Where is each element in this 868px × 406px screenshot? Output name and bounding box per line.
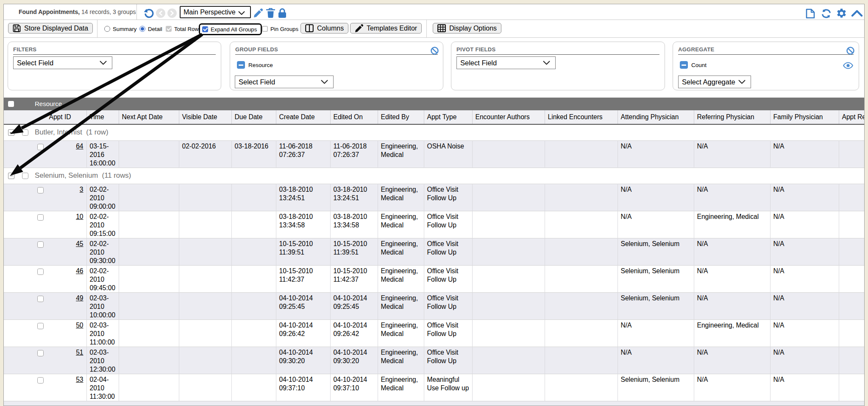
store-displayed-data-button[interactable]: Store Displayed Data xyxy=(8,23,93,34)
delete-perspective-icon[interactable] xyxy=(266,8,275,18)
cell-reason xyxy=(839,265,865,292)
lock-perspective-icon[interactable] xyxy=(278,8,287,18)
edit-perspective-icon[interactable] xyxy=(253,8,263,18)
select-all-checkbox[interactable] xyxy=(8,101,14,107)
appt-id-link[interactable]: 3 xyxy=(7,185,83,194)
column-header-referring-physician[interactable]: Referring Physician xyxy=(694,110,770,124)
cell-next_apt xyxy=(119,292,179,319)
cell-due xyxy=(231,184,276,211)
appt-id-link[interactable]: 50 xyxy=(7,321,83,330)
row-select-checkbox[interactable] xyxy=(37,377,44,384)
cell-attending: N/A xyxy=(618,184,694,211)
group-fields-select[interactable]: Select Field xyxy=(235,76,334,88)
column-header-time[interactable]: Time xyxy=(86,110,119,124)
row-select-checkbox[interactable] xyxy=(37,144,44,150)
cell-attending: N/A xyxy=(618,319,694,347)
clear-group-fields-icon[interactable] xyxy=(431,47,439,55)
cell-time: 02-03-2010 10:00:00 xyxy=(86,292,119,319)
pivot-fields-select[interactable]: Select Field xyxy=(456,56,556,69)
column-header-appt-id[interactable]: Appt ID xyxy=(4,110,86,124)
cell-visible xyxy=(179,238,231,265)
appt-id-link[interactable]: 46 xyxy=(7,267,83,275)
pin-groups-checkbox-group[interactable]: Pin Groups xyxy=(262,20,298,38)
row-select-checkbox[interactable] xyxy=(37,350,44,356)
group-select-checkbox[interactable] xyxy=(22,173,28,179)
column-header-edited-by[interactable]: Edited By xyxy=(378,110,424,124)
perspective-select[interactable]: Main Perspective xyxy=(180,6,251,18)
row-select-checkbox[interactable] xyxy=(37,214,44,221)
column-header-linked-encounters[interactable]: Linked Encounters xyxy=(545,110,618,124)
cell-time: 02-02-2010 09:45:00 xyxy=(86,265,119,292)
next-perspective-button[interactable] xyxy=(167,8,177,18)
cell-family: N/A xyxy=(770,319,839,347)
expand-all-groups-checkbox[interactable] xyxy=(202,26,208,32)
remove-group-field-icon[interactable] xyxy=(237,61,245,69)
column-header-edited-on[interactable]: Edited On xyxy=(330,110,378,124)
column-header-attending-physician[interactable]: Attending Physician xyxy=(618,110,694,124)
appt-id-link[interactable]: 45 xyxy=(7,240,83,248)
summary-radio-group[interactable]: Summary xyxy=(104,20,136,38)
group-collapse-icon[interactable] xyxy=(8,129,14,136)
columns-button[interactable]: Columns xyxy=(300,23,348,34)
row-select-checkbox[interactable] xyxy=(37,187,44,193)
undo-icon[interactable] xyxy=(144,8,154,18)
detail-radio[interactable] xyxy=(139,26,145,32)
appt-id-link[interactable]: 53 xyxy=(7,375,83,384)
group-collapse-icon[interactable] xyxy=(8,173,14,179)
appt-id-link[interactable]: 49 xyxy=(7,294,83,302)
cell-edited_by: Engineering, Medical xyxy=(378,319,424,347)
total-row-checkbox-group[interactable]: Total Row xyxy=(166,20,199,38)
table-header: Appt IDTimeNext Apt DateVisible DateDue … xyxy=(4,110,865,124)
aggregate-panel-underline xyxy=(678,54,854,55)
cell-linked_encounters xyxy=(545,374,618,401)
settings-gear-icon[interactable] xyxy=(836,8,847,19)
aggregate-select[interactable]: Select Aggregate xyxy=(678,76,751,88)
cell-encounter_authors xyxy=(472,347,545,374)
cell-encounter_authors xyxy=(472,140,545,168)
cell-linked_encounters xyxy=(545,211,618,238)
cell-reason xyxy=(839,374,865,401)
row-select-checkbox[interactable] xyxy=(37,296,44,302)
columns-label: Columns xyxy=(317,25,344,32)
filters-section: FILTERS Select Field GROUP FIELDS Resour… xyxy=(4,38,864,98)
column-header-encounter-authors[interactable]: Encounter Authors xyxy=(472,110,545,124)
refresh-icon[interactable] xyxy=(821,8,832,19)
cell-linked_encounters xyxy=(545,184,618,211)
collapse-chevron-up-icon[interactable] xyxy=(851,10,863,17)
total-row-checkbox[interactable] xyxy=(166,26,172,32)
filters-field-select[interactable]: Select Field xyxy=(13,56,112,69)
group-select-checkbox[interactable] xyxy=(22,129,28,136)
templates-editor-button[interactable]: Templates Editor xyxy=(350,23,422,34)
cell-encounter_authors xyxy=(472,292,545,319)
column-header-appt-reason[interactable]: Appt Reason xyxy=(839,110,865,124)
visibility-eye-icon[interactable] xyxy=(843,62,853,69)
previous-perspective-button[interactable] xyxy=(156,8,165,18)
appt-id-link[interactable]: 64 xyxy=(7,142,83,151)
detail-radio-group[interactable]: Detail xyxy=(139,20,162,38)
appt-id-link[interactable]: 51 xyxy=(7,348,83,357)
new-document-icon[interactable] xyxy=(806,8,815,19)
remove-aggregate-icon[interactable] xyxy=(680,61,688,69)
main-panel: Found Appointments, 14 records, 3 groups… xyxy=(3,4,865,406)
appointment-row-45: 4502-02-2010 09:30:0010-15-2010 11:39:51… xyxy=(4,238,865,265)
column-header-create-date[interactable]: Create Date xyxy=(276,110,330,124)
column-header-family-physician[interactable]: Family Physician xyxy=(770,110,839,124)
column-header-next-apt-date[interactable]: Next Apt Date xyxy=(119,110,179,124)
row-select-checkbox[interactable] xyxy=(37,241,44,248)
cell-edited_by: Engineering, Medical xyxy=(378,238,424,265)
column-header-visible-date[interactable]: Visible Date xyxy=(179,110,231,124)
row-select-checkbox[interactable] xyxy=(37,323,44,329)
column-header-appt-type[interactable]: Appt Type xyxy=(424,110,472,124)
clear-aggregate-icon[interactable] xyxy=(846,47,854,55)
toolbar-divider-1 xyxy=(97,20,97,37)
cell-referring: Engineering, Medical xyxy=(694,319,770,347)
column-header-due-date[interactable]: Due Date xyxy=(231,110,276,124)
summary-radio[interactable] xyxy=(104,26,110,32)
cell-due xyxy=(231,347,276,374)
appointment-row-46: 4602-02-2010 09:45:0010-15-2010 11:42:37… xyxy=(4,265,865,292)
display-options-button[interactable]: Display Options xyxy=(433,23,501,34)
row-select-checkbox[interactable] xyxy=(37,269,44,275)
appt-id-link[interactable]: 10 xyxy=(7,213,83,221)
pin-groups-checkbox[interactable] xyxy=(262,26,268,32)
appointment-row-3: 302-02-2010 09:00:0003-18-2010 13:24:510… xyxy=(4,184,865,211)
